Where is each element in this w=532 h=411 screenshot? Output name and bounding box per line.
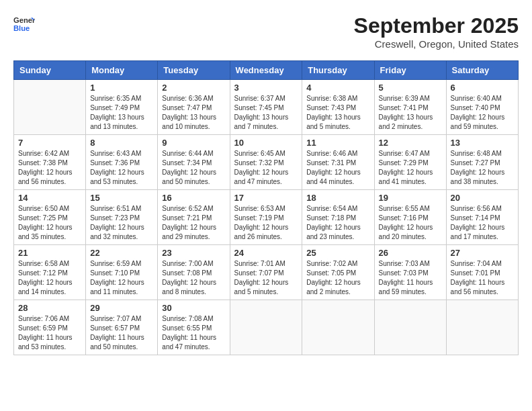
calendar-cell: 26 Sunrise: 7:03 AM Sunset: 7:03 PM Dayl… (374, 245, 446, 300)
sunrise-label: Sunrise: 6:51 AM (90, 205, 141, 212)
sunset-label: Sunset: 7:19 PM (234, 214, 284, 222)
calendar-cell (14, 80, 86, 135)
daylight-label: Daylight: 12 hours and 38 minutes. (451, 169, 505, 185)
sunset-label: Sunset: 7:08 PM (162, 269, 212, 277)
day-number: 28 (18, 303, 81, 313)
day-number: 21 (18, 248, 81, 258)
calendar-cell (230, 300, 302, 355)
sunset-label: Sunset: 7:29 PM (379, 159, 429, 167)
daylight-label: Daylight: 12 hours and 50 minutes. (162, 169, 216, 185)
day-info: Sunrise: 6:55 AM Sunset: 7:16 PM Dayligh… (379, 204, 442, 242)
day-number: 18 (306, 193, 369, 203)
location: Creswell, Oregon, United States (354, 38, 519, 50)
day-number: 30 (162, 303, 225, 313)
daylight-label: Daylight: 12 hours and 2 minutes. (306, 279, 361, 295)
sunrise-label: Sunrise: 6:40 AM (451, 95, 502, 102)
weekday-header-wednesday: Wednesday (230, 61, 302, 80)
day-number: 19 (379, 193, 442, 203)
svg-text:Blue: Blue (13, 24, 30, 32)
sunset-label: Sunset: 7:40 PM (451, 104, 500, 111)
daylight-label: Daylight: 13 hours and 7 minutes. (234, 113, 289, 130)
sunrise-label: Sunrise: 6:52 AM (162, 205, 213, 212)
calendar-cell: 25 Sunrise: 7:02 AM Sunset: 7:05 PM Dayl… (302, 245, 374, 300)
sunrise-label: Sunrise: 6:45 AM (234, 150, 285, 157)
daylight-label: Daylight: 11 hours and 53 minutes. (18, 334, 73, 351)
day-info: Sunrise: 6:53 AM Sunset: 7:19 PM Dayligh… (234, 204, 298, 242)
sunrise-label: Sunrise: 7:02 AM (306, 260, 357, 267)
sunset-label: Sunset: 7:23 PM (90, 214, 140, 222)
sunrise-label: Sunrise: 6:54 AM (306, 205, 357, 212)
day-number: 22 (90, 248, 153, 258)
daylight-label: Daylight: 12 hours and 5 minutes. (234, 279, 289, 295)
sunrise-label: Sunrise: 7:06 AM (18, 315, 69, 322)
sunset-label: Sunset: 7:36 PM (90, 159, 140, 167)
daylight-label: Daylight: 12 hours and 56 minutes. (18, 169, 73, 185)
sunrise-label: Sunrise: 6:59 AM (90, 260, 141, 267)
calendar-cell: 20 Sunrise: 6:56 AM Sunset: 7:14 PM Dayl… (446, 190, 518, 245)
day-info: Sunrise: 6:48 AM Sunset: 7:27 PM Dayligh… (451, 149, 514, 187)
day-info: Sunrise: 6:50 AM Sunset: 7:25 PM Dayligh… (18, 204, 81, 242)
weekday-header-thursday: Thursday (302, 61, 374, 80)
sunrise-label: Sunrise: 6:38 AM (306, 95, 357, 102)
sunset-label: Sunset: 7:34 PM (162, 159, 212, 167)
day-number: 1 (90, 83, 153, 93)
day-info: Sunrise: 7:02 AM Sunset: 7:05 PM Dayligh… (306, 259, 369, 297)
sunset-label: Sunset: 7:43 PM (306, 104, 356, 111)
sunset-label: Sunset: 6:55 PM (162, 324, 212, 332)
daylight-label: Daylight: 12 hours and 41 minutes. (379, 169, 433, 185)
sunset-label: Sunset: 7:47 PM (162, 104, 212, 111)
day-info: Sunrise: 6:40 AM Sunset: 7:40 PM Dayligh… (451, 94, 514, 132)
daylight-label: Daylight: 12 hours and 35 minutes. (18, 224, 73, 240)
calendar-cell: 22 Sunrise: 6:59 AM Sunset: 7:10 PM Dayl… (86, 245, 158, 300)
sunrise-label: Sunrise: 6:39 AM (379, 95, 430, 102)
sunrise-label: Sunrise: 6:35 AM (90, 95, 141, 102)
day-number: 20 (451, 193, 514, 203)
calendar-cell: 2 Sunrise: 6:36 AM Sunset: 7:47 PM Dayli… (158, 80, 230, 135)
daylight-label: Daylight: 12 hours and 23 minutes. (306, 224, 361, 240)
daylight-label: Daylight: 11 hours and 59 minutes. (379, 279, 433, 295)
sunset-label: Sunset: 7:27 PM (451, 159, 500, 167)
day-number: 8 (90, 138, 153, 148)
sunset-label: Sunset: 7:32 PM (234, 159, 284, 167)
calendar-cell: 19 Sunrise: 6:55 AM Sunset: 7:16 PM Dayl… (374, 190, 446, 245)
calendar-table: SundayMondayTuesdayWednesdayThursdayFrid… (13, 60, 519, 355)
calendar-cell (302, 300, 374, 355)
sunset-label: Sunset: 7:14 PM (451, 214, 500, 222)
daylight-label: Daylight: 12 hours and 47 minutes. (234, 169, 289, 185)
calendar-cell: 30 Sunrise: 7:08 AM Sunset: 6:55 PM Dayl… (158, 300, 230, 355)
day-number: 7 (18, 138, 81, 148)
week-row-5: 28 Sunrise: 7:06 AM Sunset: 6:59 PM Dayl… (14, 300, 519, 355)
day-number: 2 (162, 83, 225, 93)
day-info: Sunrise: 6:46 AM Sunset: 7:31 PM Dayligh… (306, 149, 369, 187)
logo-icon: General Blue (13, 13, 35, 35)
weekday-header-row: SundayMondayTuesdayWednesdayThursdayFrid… (14, 61, 519, 80)
day-info: Sunrise: 6:47 AM Sunset: 7:29 PM Dayligh… (379, 149, 442, 187)
sunrise-label: Sunrise: 6:42 AM (18, 150, 69, 157)
sunrise-label: Sunrise: 6:46 AM (306, 150, 357, 157)
calendar-cell: 4 Sunrise: 6:38 AM Sunset: 7:43 PM Dayli… (302, 80, 374, 135)
day-info: Sunrise: 6:39 AM Sunset: 7:41 PM Dayligh… (379, 94, 442, 132)
sunset-label: Sunset: 7:25 PM (18, 214, 68, 222)
weekday-header-friday: Friday (374, 61, 446, 80)
calendar-cell: 9 Sunrise: 6:44 AM Sunset: 7:34 PM Dayli… (158, 135, 230, 190)
daylight-label: Daylight: 12 hours and 53 minutes. (90, 169, 144, 185)
sunset-label: Sunset: 7:01 PM (451, 269, 500, 277)
day-info: Sunrise: 6:36 AM Sunset: 7:47 PM Dayligh… (162, 94, 225, 132)
daylight-label: Daylight: 12 hours and 14 minutes. (18, 279, 73, 295)
sunrise-label: Sunrise: 6:47 AM (379, 150, 430, 157)
day-number: 12 (379, 138, 442, 148)
sunrise-label: Sunrise: 7:03 AM (379, 260, 430, 267)
daylight-label: Daylight: 12 hours and 32 minutes. (90, 224, 144, 240)
calendar-cell: 23 Sunrise: 7:00 AM Sunset: 7:08 PM Dayl… (158, 245, 230, 300)
month-title: September 2025 (354, 13, 519, 38)
calendar-cell: 13 Sunrise: 6:48 AM Sunset: 7:27 PM Dayl… (446, 135, 518, 190)
sunrise-label: Sunrise: 7:07 AM (90, 315, 141, 322)
day-number: 11 (306, 138, 369, 148)
day-number: 10 (234, 138, 298, 148)
day-info: Sunrise: 6:59 AM Sunset: 7:10 PM Dayligh… (90, 259, 153, 297)
day-info: Sunrise: 7:06 AM Sunset: 6:59 PM Dayligh… (18, 314, 81, 352)
calendar-cell: 21 Sunrise: 6:58 AM Sunset: 7:12 PM Dayl… (14, 245, 86, 300)
daylight-label: Daylight: 11 hours and 50 minutes. (90, 334, 144, 351)
daylight-label: Daylight: 11 hours and 47 minutes. (162, 334, 216, 351)
day-info: Sunrise: 6:43 AM Sunset: 7:36 PM Dayligh… (90, 149, 153, 187)
